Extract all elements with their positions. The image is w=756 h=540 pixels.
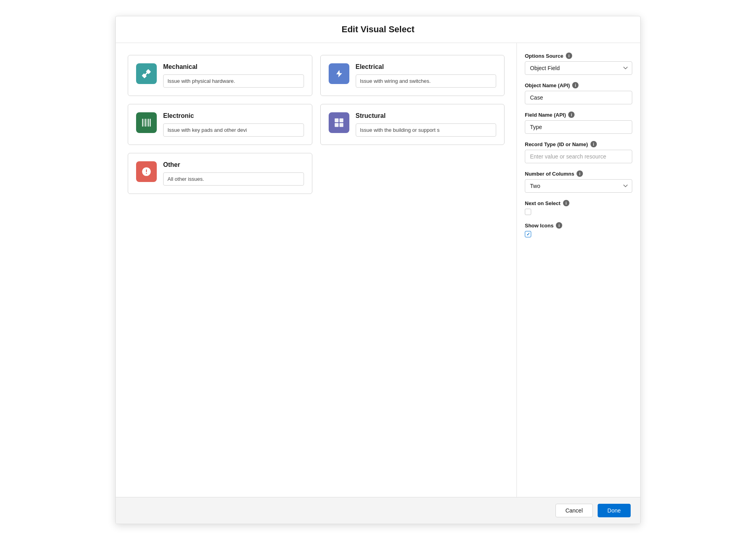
items-grid: Mechanical Issue with physical hardware.… xyxy=(128,55,505,194)
icon-electrical xyxy=(329,63,349,84)
option-group-source: Options Source i Object Field xyxy=(525,53,632,75)
modal-header: Edit Visual Select xyxy=(116,16,640,43)
record-type-info-icon[interactable]: i xyxy=(590,141,597,147)
item-content-other: Other All other issues. xyxy=(163,161,304,186)
left-panel: Mechanical Issue with physical hardware.… xyxy=(116,43,517,497)
svg-rect-1 xyxy=(144,119,144,127)
show-icons-info-icon[interactable]: i xyxy=(556,222,562,229)
item-card-electrical[interactable]: Electrical Issue with wiring and switche… xyxy=(320,55,505,96)
item-card-electronic[interactable]: Electronic Issue with key pads and other… xyxy=(128,104,312,145)
num-columns-info-icon[interactable]: i xyxy=(577,170,583,177)
svg-rect-3 xyxy=(147,119,147,127)
field-name-input[interactable] xyxy=(525,120,632,134)
item-content-electronic: Electronic Issue with key pads and other… xyxy=(163,112,304,137)
done-button[interactable]: Done xyxy=(598,504,631,517)
option-group-show-icons: Show Icons i xyxy=(525,222,632,237)
item-content-mechanical: Mechanical Issue with physical hardware. xyxy=(163,63,304,88)
right-panel: Options Source i Object Field Object Nam… xyxy=(517,43,640,497)
item-card-structural[interactable]: Structural Issue with the building or su… xyxy=(320,104,505,145)
next-on-select-checkbox-wrapper xyxy=(525,209,632,215)
record-type-label: Record Type (ID or Name) i xyxy=(525,141,632,147)
svg-rect-9 xyxy=(339,123,343,127)
next-on-select-info-icon[interactable]: i xyxy=(563,200,569,206)
options-source-info-icon[interactable]: i xyxy=(566,53,572,59)
item-description-structural: Issue with the building or support s xyxy=(356,123,497,137)
num-columns-select[interactable]: Two One Three xyxy=(525,179,632,193)
item-description-electrical: Issue with wiring and switches. xyxy=(356,74,497,88)
modal-footer: Cancel Done xyxy=(116,497,640,524)
field-name-label: Field Name (API) i xyxy=(525,112,632,118)
icon-structural xyxy=(329,112,349,133)
option-group-next-on-select: Next on Select i xyxy=(525,200,632,215)
item-title-electronic: Electronic xyxy=(163,112,304,119)
item-content-electrical: Electrical Issue with wiring and switche… xyxy=(356,63,497,88)
option-group-object-name: Object Name (API) i xyxy=(525,82,632,104)
object-name-input[interactable] xyxy=(525,91,632,104)
num-columns-label: Number of Columns i xyxy=(525,170,632,177)
icon-other xyxy=(136,161,157,182)
item-title-structural: Structural xyxy=(356,112,497,119)
show-icons-checkbox[interactable] xyxy=(525,231,531,237)
svg-rect-7 xyxy=(339,118,343,122)
next-on-select-label: Next on Select i xyxy=(525,200,632,206)
cancel-button[interactable]: Cancel xyxy=(555,504,593,517)
svg-rect-2 xyxy=(145,119,146,127)
item-content-structural: Structural Issue with the building or su… xyxy=(356,112,497,137)
options-source-select[interactable]: Object Field xyxy=(525,61,632,75)
svg-rect-4 xyxy=(148,119,149,127)
object-name-label: Object Name (API) i xyxy=(525,82,632,88)
item-description-other: All other issues. xyxy=(163,172,304,186)
option-group-columns: Number of Columns i Two One Three xyxy=(525,170,632,193)
svg-rect-5 xyxy=(150,119,151,127)
show-icons-checkbox-wrapper xyxy=(525,231,632,237)
option-group-field-name: Field Name (API) i xyxy=(525,112,632,134)
item-title-other: Other xyxy=(163,161,304,168)
item-description-electronic: Issue with key pads and other devi xyxy=(163,123,304,137)
options-source-label: Options Source i xyxy=(525,53,632,59)
field-name-info-icon[interactable]: i xyxy=(568,112,575,118)
icon-mechanical xyxy=(136,63,157,84)
svg-rect-0 xyxy=(142,119,143,127)
item-description-mechanical: Issue with physical hardware. xyxy=(163,74,304,88)
svg-rect-6 xyxy=(335,118,339,122)
record-type-input[interactable] xyxy=(525,150,632,163)
show-icons-label: Show Icons i xyxy=(525,222,632,229)
item-card-mechanical[interactable]: Mechanical Issue with physical hardware. xyxy=(128,55,312,96)
next-on-select-checkbox[interactable] xyxy=(525,209,531,215)
object-name-info-icon[interactable]: i xyxy=(572,82,579,88)
modal-body: Mechanical Issue with physical hardware.… xyxy=(116,43,640,497)
modal-title: Edit Visual Select xyxy=(128,24,628,35)
svg-rect-8 xyxy=(335,123,339,127)
option-group-record-type: Record Type (ID or Name) i xyxy=(525,141,632,163)
item-title-mechanical: Mechanical xyxy=(163,63,304,70)
icon-electronic xyxy=(136,112,157,133)
item-title-electrical: Electrical xyxy=(356,63,497,70)
item-card-other[interactable]: Other All other issues. xyxy=(128,153,312,194)
